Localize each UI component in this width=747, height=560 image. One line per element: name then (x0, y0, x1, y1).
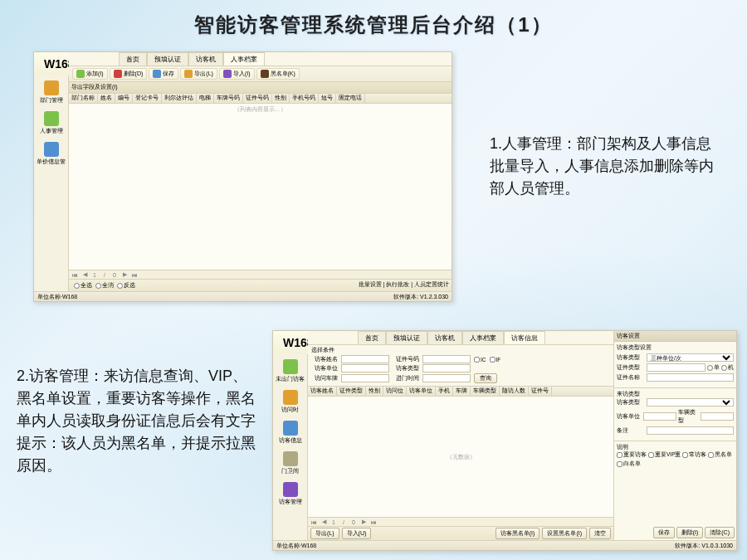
col-登记卡号[interactable]: 登记卡号 (133, 94, 162, 103)
date-input[interactable] (422, 374, 471, 382)
col-手机[interactable]: 手机 (436, 387, 453, 396)
btn-导入(U)[interactable]: 导入(U) (342, 528, 372, 539)
nav-tab-2[interactable]: 访客机 (427, 331, 462, 344)
visited-input[interactable] (422, 364, 471, 373)
col-编号[interactable]: 编号 (115, 94, 133, 103)
col-车辆类型[interactable]: 车辆类型 (471, 387, 500, 396)
right-buttons: 保存删除(I)清除(C) (614, 525, 736, 540)
sidebar-item-门卫间[interactable]: 门卫间 (273, 450, 307, 477)
check-重要访客[interactable]: 重要访客 (617, 451, 647, 459)
note-input[interactable] (647, 426, 734, 435)
nav-tab-0[interactable]: 首页 (119, 52, 147, 66)
tool-添加(I)[interactable]: 添加(I) (72, 68, 108, 80)
sidebar: 未出门访客访问时访客信息门卫间访客管理 (273, 354, 308, 540)
unitname-input[interactable] (643, 412, 676, 421)
sidebar-item-访客信息[interactable]: 访客信息 (273, 419, 307, 446)
column-headers: 部门名称姓名编号登记卡号利尔达评估电梯车牌号码证件号码性别手机号码短号固定电话 (69, 94, 452, 104)
btn-清空[interactable]: 清空 (589, 528, 611, 539)
radio-全消[interactable]: 全消 (95, 281, 114, 290)
tool-黑名单(K)[interactable]: 黑名单(K) (256, 68, 300, 80)
sidebar-item-dept[interactable]: 部门管理 (34, 79, 68, 106)
col-访客单位[interactable]: 访客单位 (407, 387, 436, 396)
vtype-select[interactable]: 三种单位/次 (647, 353, 734, 362)
sidebar-item-person[interactable]: 人事管理 (34, 110, 68, 137)
col-电梯[interactable]: 电梯 (197, 94, 214, 103)
sidebar-item-访问时[interactable]: 访问时 (273, 388, 307, 416)
select-radios: 全选全消反选 (71, 280, 138, 290)
check-常访客[interactable]: 常访客 (682, 451, 706, 459)
panel-head: 访客设置 (614, 331, 736, 342)
pager: ⏮ ◀ 1 / 0 ▶ ⏭ (308, 517, 613, 526)
btn-删除(I)[interactable]: 删除(I) (676, 527, 704, 538)
sidebar-item-card[interactable]: 单价信息管 (34, 140, 68, 168)
unittype-select[interactable] (647, 398, 734, 407)
col-访客姓名[interactable]: 访客姓名 (308, 387, 337, 396)
col-车牌号码[interactable]: 车牌号码 (214, 94, 243, 103)
nav-tab-3[interactable]: 人事档案 (223, 52, 265, 66)
if-checkbox[interactable] (490, 357, 496, 363)
btn-设置黑名单(I)[interactable]: 设置黑名单(I) (542, 528, 587, 539)
col-姓名[interactable]: 姓名 (98, 94, 115, 103)
first-icon[interactable]: ⏮ (310, 519, 318, 525)
col-随访人数[interactable]: 随访人数 (500, 387, 529, 396)
tool-保存[interactable]: 保存 (149, 68, 178, 80)
nav-tab-1[interactable]: 预填认证 (386, 331, 427, 344)
col-短号[interactable]: 短号 (319, 94, 336, 103)
col-访问位[interactable]: 访问位 (383, 387, 407, 396)
col-部门名称[interactable]: 部门名称 (69, 94, 98, 103)
col-证件号[interactable]: 证件号 (529, 387, 552, 396)
col-固定电话[interactable]: 固定电话 (336, 94, 365, 103)
check-重要VIP重[interactable]: 重要VIP重 (648, 451, 681, 459)
pager: ⏮ ◀ 1 / 0 ▶ ⏭ (69, 270, 452, 279)
sidebar-item-未出门访客[interactable]: 未出门访客 (273, 358, 307, 385)
col-证件号码[interactable]: 证件号码 (243, 94, 272, 103)
btn-清除(C)[interactable]: 清除(C) (705, 527, 735, 538)
nav-tab-4[interactable]: 访客信息 (504, 331, 545, 344)
tool-导出(L)[interactable]: 导出(L) (180, 68, 217, 80)
next-icon[interactable]: ▶ (359, 519, 368, 525)
tool-导入(I)[interactable]: 导入(I) (219, 68, 255, 80)
nav-tab-2[interactable]: 访客机 (188, 52, 223, 66)
visitor-name-input[interactable] (341, 355, 389, 363)
data-grid[interactable]: （无数据） (308, 397, 613, 517)
prev-icon[interactable]: ◀ (320, 519, 328, 525)
last-icon[interactable]: ⏭ (130, 272, 139, 278)
check-黑名单[interactable]: 黑名单 (708, 451, 732, 459)
next-icon[interactable]: ▶ (120, 271, 129, 278)
footer-right[interactable]: 批量设置 | 执行批改 | 人员定置统计 (359, 280, 449, 290)
radio-反选[interactable]: 反选 (117, 281, 135, 290)
col-手机号码[interactable]: 手机号码 (290, 94, 319, 103)
col-证件类型[interactable]: 证件类型 (337, 387, 366, 396)
nav-tab-3[interactable]: 人事档案 (462, 331, 504, 344)
visitor-unit-input[interactable] (341, 364, 389, 373)
first-icon[interactable]: ⏮ (71, 272, 79, 278)
tool-删除(D)[interactable]: 删除(D) (110, 68, 148, 80)
card-no-input[interactable] (422, 355, 471, 363)
idtype-input[interactable] (647, 363, 706, 372)
idname-input[interactable] (647, 373, 734, 382)
subtool-bar[interactable]: 导出字段及设置(I) (69, 82, 452, 94)
nav-tab-1[interactable]: 预填认证 (147, 52, 188, 66)
content-area: 首页预填认证访客机人事档案访客信息 选择条件 访客姓名 证件号码 IC IF 访… (308, 331, 736, 540)
nav-tabs: 首页预填认证访客机人事档案访客信息 (308, 331, 613, 345)
col-性别[interactable]: 性别 (366, 387, 383, 396)
btn-访客黑名单(I)[interactable]: 访客黑名单(I) (496, 528, 540, 539)
ic-checkbox[interactable] (474, 357, 480, 363)
col-性别[interactable]: 性别 (272, 94, 290, 103)
last-icon[interactable]: ⏭ (369, 519, 378, 525)
btn-导出(L)[interactable]: 导出(L) (310, 528, 339, 539)
prev-icon[interactable]: ◀ (81, 271, 89, 278)
desc-1: 1.人事管理：部门架构及人事信息批量导入，人事信息添加删除等内部人员管理。 (490, 133, 722, 200)
query-button[interactable]: 查询 (474, 373, 497, 383)
btn-保存[interactable]: 保存 (653, 527, 675, 538)
cartype-input[interactable] (701, 412, 734, 421)
radio-全选[interactable]: 全选 (74, 281, 92, 290)
nav-tab-0[interactable]: 首页 (358, 331, 386, 344)
page-title: 智能访客管理系统管理后台介绍（1） (0, 0, 747, 38)
data-grid[interactable]: （列表内容显示…） (69, 104, 452, 270)
car-no-input[interactable] (341, 374, 389, 382)
check-白名单[interactable]: 白名单 (617, 460, 641, 468)
col-利尔达评估[interactable]: 利尔达评估 (162, 94, 197, 103)
col-车牌[interactable]: 车牌 (453, 387, 471, 396)
sidebar-item-访客管理[interactable]: 访客管理 (273, 480, 307, 508)
